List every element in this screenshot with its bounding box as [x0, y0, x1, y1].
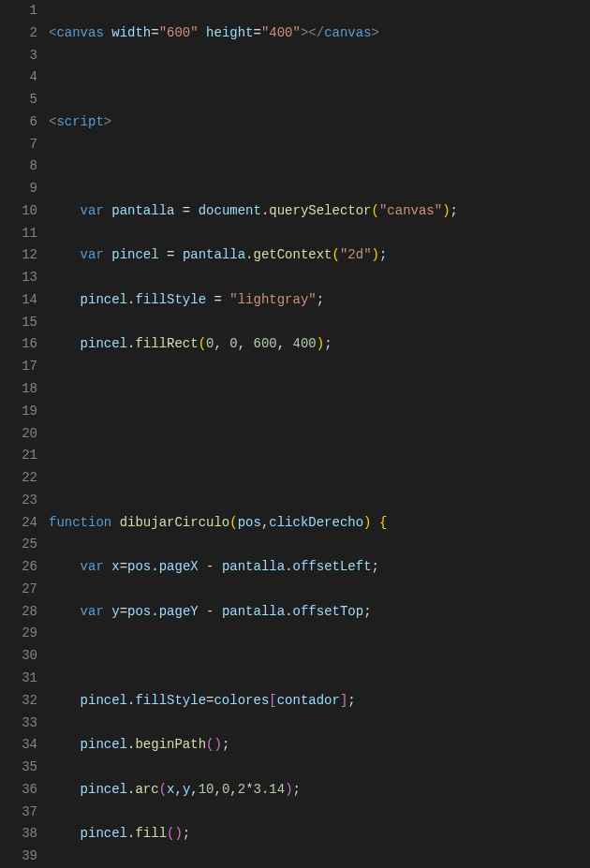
line-number: 22: [0, 467, 37, 490]
line-number: 23: [0, 490, 37, 512]
line-number: 20: [0, 423, 37, 446]
line-number: 14: [0, 289, 37, 312]
code-line[interactable]: [49, 467, 590, 490]
line-number: 2: [0, 22, 37, 45]
line-number: 30: [0, 645, 37, 668]
code-line[interactable]: [49, 66, 590, 89]
code-line[interactable]: [49, 378, 590, 401]
code-line[interactable]: pincel.beginPath();: [49, 734, 590, 757]
code-line[interactable]: function dibujarCirculo(pos,clickDerecho…: [49, 512, 590, 535]
line-number: 32: [0, 690, 37, 713]
line-number: 24: [0, 512, 37, 535]
code-line[interactable]: pincel.fill();: [49, 823, 590, 846]
line-number: 4: [0, 66, 37, 89]
line-number-gutter: 1 2 3 4 5 6 7 8 9 10 11 12 13 14 15 16 1…: [0, 0, 49, 868]
code-line[interactable]: [49, 155, 590, 178]
code-line[interactable]: [49, 423, 590, 446]
line-number: 7: [0, 134, 37, 156]
code-line[interactable]: var pincel = pantalla.getContext("2d");: [49, 244, 590, 267]
line-number: 16: [0, 333, 37, 356]
line-number: 37: [0, 802, 37, 824]
code-line[interactable]: var y=pos.pageY - pantalla.offsetTop;: [49, 601, 590, 624]
code-area[interactable]: <canvas width="600" height="400"></canva…: [49, 0, 590, 868]
line-number: 31: [0, 668, 37, 690]
line-number: 17: [0, 356, 37, 378]
line-number: 8: [0, 155, 37, 178]
line-number: 1: [0, 0, 37, 22]
line-number: 11: [0, 223, 37, 245]
line-number: 18: [0, 378, 37, 401]
line-number: 19: [0, 401, 37, 423]
line-number: 39: [0, 846, 37, 868]
code-line[interactable]: [49, 645, 590, 668]
line-number: 25: [0, 534, 37, 556]
line-number: 6: [0, 111, 37, 134]
code-line[interactable]: var x=pos.pageX - pantalla.offsetLeft;: [49, 556, 590, 579]
line-number: 5: [0, 89, 37, 111]
code-line[interactable]: <script>: [49, 111, 590, 134]
code-line[interactable]: <canvas width="600" height="400"></canva…: [49, 22, 590, 45]
line-number: 15: [0, 312, 37, 334]
line-number: 13: [0, 267, 37, 289]
line-number: 29: [0, 623, 37, 645]
line-number: 3: [0, 45, 37, 67]
code-line[interactable]: pincel.fillStyle = "lightgray";: [49, 289, 590, 312]
line-number: 26: [0, 556, 37, 579]
code-line[interactable]: pincel.fillRect(0, 0, 600, 400);: [49, 333, 590, 356]
line-number: 21: [0, 445, 37, 467]
code-editor[interactable]: 1 2 3 4 5 6 7 8 9 10 11 12 13 14 15 16 1…: [0, 0, 590, 868]
line-number: 27: [0, 579, 37, 601]
line-number: 12: [0, 244, 37, 267]
line-number: 9: [0, 178, 37, 200]
line-number: 34: [0, 734, 37, 757]
line-number: 28: [0, 601, 37, 624]
line-number: 36: [0, 779, 37, 802]
line-number: 38: [0, 823, 37, 846]
code-line[interactable]: pincel.arc(x,y,10,0,2*3.14);: [49, 779, 590, 802]
line-number: 35: [0, 757, 37, 779]
code-line[interactable]: pincel.fillStyle=colores[contador];: [49, 690, 590, 713]
line-number: 33: [0, 713, 37, 735]
code-line[interactable]: var pantalla = document.querySelector("c…: [49, 200, 590, 223]
line-number: 10: [0, 200, 37, 223]
